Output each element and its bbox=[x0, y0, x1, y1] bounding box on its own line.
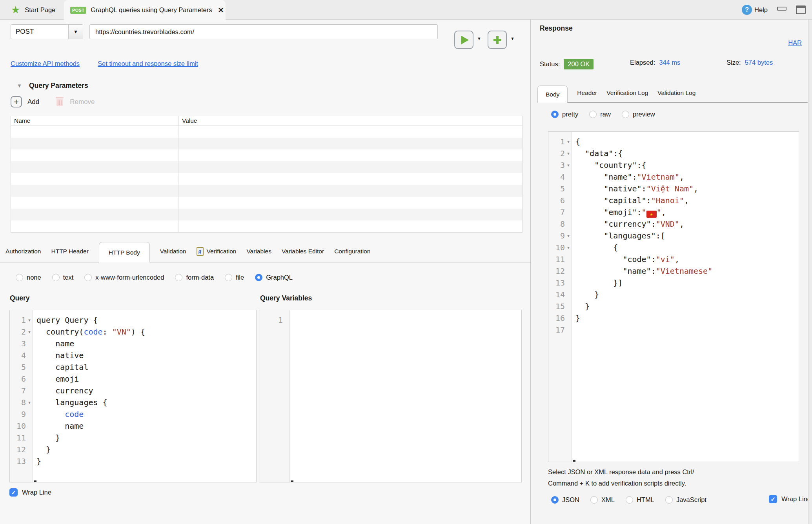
name-cell[interactable] bbox=[11, 173, 179, 185]
tab-graphql-queries[interactable]: POST GraphQL queries using Query Paramet… bbox=[64, 0, 226, 20]
start-page-label: Start Page bbox=[25, 6, 55, 14]
line-number: 12 bbox=[548, 265, 572, 277]
name-cell[interactable] bbox=[11, 185, 179, 196]
fold-triangle-icon[interactable]: ▾ bbox=[565, 136, 572, 147]
add-param-button[interactable]: Add bbox=[27, 98, 39, 106]
language-option-html[interactable]: HTML bbox=[626, 496, 654, 504]
tab-variables[interactable]: Variables bbox=[246, 240, 271, 262]
tab-authorization[interactable]: Authorization bbox=[5, 240, 41, 262]
fold-triangle-icon[interactable]: ▾ bbox=[565, 159, 572, 171]
table-row[interactable] bbox=[11, 126, 522, 138]
value-cell[interactable] bbox=[179, 173, 522, 185]
app-window: ★ Start Page POST GraphQL queries using … bbox=[0, 0, 812, 524]
editor-resize-handle[interactable] bbox=[34, 480, 36, 482]
table-row[interactable] bbox=[11, 138, 522, 149]
fold-triangle-icon[interactable]: ▾ bbox=[565, 147, 572, 159]
language-option-javascript[interactable]: JavaScript bbox=[665, 496, 706, 504]
query-parameters-table[interactable]: NameValue bbox=[11, 116, 523, 233]
minimize-icon[interactable] bbox=[777, 7, 787, 11]
response-tab-header[interactable]: Header bbox=[577, 84, 597, 102]
method-select[interactable]: POST ▼ bbox=[11, 24, 83, 39]
value-cell[interactable] bbox=[179, 161, 522, 173]
value-cell[interactable] bbox=[179, 185, 522, 196]
send-dropdown-icon[interactable]: ▼ bbox=[477, 36, 481, 41]
body-type-option-text[interactable]: text bbox=[52, 274, 74, 281]
code-line: 12 "name":"Vietnamese" bbox=[548, 265, 799, 277]
checkbox-checked-icon[interactable]: ✓ bbox=[9, 488, 18, 497]
body-type-option-file[interactable]: file bbox=[225, 274, 244, 281]
view-option-pretty[interactable]: pretty bbox=[551, 111, 578, 118]
value-cell[interactable] bbox=[179, 197, 522, 209]
value-cell[interactable] bbox=[179, 138, 522, 149]
editor-resize-handle[interactable] bbox=[291, 480, 293, 482]
body-type-option-none[interactable]: none bbox=[16, 274, 41, 281]
view-option-raw[interactable]: raw bbox=[589, 111, 611, 118]
language-option-xml[interactable]: XML bbox=[590, 496, 615, 504]
name-cell[interactable] bbox=[11, 149, 179, 161]
table-row[interactable] bbox=[11, 209, 522, 220]
tab-http-header[interactable]: HTTP Header bbox=[51, 240, 88, 262]
response-tab-body[interactable]: Body bbox=[537, 86, 568, 103]
url-input[interactable] bbox=[89, 24, 438, 39]
table-row[interactable] bbox=[11, 173, 522, 185]
set-timeout-link[interactable]: Set timeout and response size limit bbox=[98, 60, 198, 67]
response-body-editor[interactable]: 1▾{2▾ "data":{3▾ "country":{4 "name":"Vi… bbox=[548, 131, 799, 462]
value-cell[interactable] bbox=[179, 126, 522, 138]
checkbox-checked-icon[interactable]: ✓ bbox=[769, 495, 777, 503]
tab-validation[interactable]: Validation bbox=[160, 240, 186, 262]
line-number: 13 bbox=[10, 455, 33, 467]
fold-triangle-icon[interactable]: ▾ bbox=[26, 314, 33, 326]
fold-triangle-icon[interactable]: ▾ bbox=[26, 326, 33, 338]
table-row[interactable] bbox=[11, 197, 522, 209]
tab-http-body[interactable]: HTTP Body bbox=[99, 242, 150, 262]
send-request-button[interactable] bbox=[454, 31, 473, 49]
language-option-json[interactable]: JSON bbox=[551, 496, 579, 504]
remove-param-button[interactable]: Remove bbox=[70, 98, 95, 106]
customize-api-methods-link[interactable]: Customize API methods bbox=[11, 60, 80, 67]
size-label: Size: bbox=[726, 59, 741, 66]
tab-verification[interactable]: gVerification bbox=[197, 240, 237, 262]
name-cell[interactable] bbox=[11, 209, 179, 220]
value-cell[interactable] bbox=[179, 209, 522, 220]
body-type-option-x-www-form-urlencoded[interactable]: x-www-form-urlencoded bbox=[84, 274, 164, 281]
name-cell[interactable] bbox=[11, 197, 179, 209]
query-editor[interactable]: 1▾query Query {2▾ country(code: "VN") {3… bbox=[9, 310, 257, 482]
fold-triangle-icon[interactable]: ▾ bbox=[26, 397, 33, 408]
body-type-option-graphql[interactable]: GraphQL bbox=[255, 274, 293, 281]
name-cell[interactable] bbox=[11, 220, 179, 232]
name-cell[interactable] bbox=[11, 138, 179, 149]
fold-triangle-icon[interactable]: ▾ bbox=[565, 242, 572, 253]
query-parameters-header[interactable]: ▼ Query Parameters bbox=[17, 82, 88, 90]
method-select-arrow-icon[interactable]: ▼ bbox=[68, 25, 83, 39]
fold-triangle-icon[interactable]: ▾ bbox=[565, 230, 572, 242]
value-cell[interactable] bbox=[179, 220, 522, 232]
code-text: "emoji":"★", bbox=[572, 206, 666, 218]
table-row[interactable] bbox=[11, 220, 522, 232]
query-variables-editor[interactable]: 1 bbox=[259, 310, 522, 482]
table-row[interactable] bbox=[11, 161, 522, 173]
tab-variables-editor[interactable]: Variables Editor bbox=[282, 240, 324, 262]
help-button[interactable]: ? Help bbox=[742, 5, 768, 15]
maximize-icon[interactable] bbox=[796, 5, 806, 14]
editor-resize-handle[interactable] bbox=[573, 460, 575, 462]
add-icon[interactable]: + bbox=[11, 96, 22, 107]
view-option-preview[interactable]: preview bbox=[622, 111, 655, 118]
name-cell[interactable] bbox=[11, 161, 179, 173]
line-number: 3 bbox=[10, 338, 33, 349]
response-tab-verification-log[interactable]: Verification Log bbox=[606, 84, 648, 102]
response-wrap-line-toggle[interactable]: ✓ Wrap Line bbox=[769, 495, 811, 503]
add-dropdown-icon[interactable]: ▼ bbox=[510, 36, 515, 41]
tab-configuration[interactable]: Configuration bbox=[334, 240, 370, 262]
tab-start-page[interactable]: ★ Start Page bbox=[11, 0, 55, 20]
table-row[interactable] bbox=[11, 185, 522, 196]
collapse-triangle-icon[interactable]: ▼ bbox=[17, 83, 22, 89]
add-request-button[interactable] bbox=[488, 31, 507, 49]
har-link[interactable]: HAR bbox=[788, 39, 802, 47]
value-cell[interactable] bbox=[179, 149, 522, 161]
name-cell[interactable] bbox=[11, 126, 179, 138]
response-tab-validation-log[interactable]: Validation Log bbox=[657, 84, 695, 102]
wrap-line-toggle[interactable]: ✓ Wrap Line bbox=[9, 488, 51, 497]
close-tab-icon[interactable]: ✕ bbox=[218, 6, 224, 15]
body-type-option-form-data[interactable]: form-data bbox=[175, 274, 214, 281]
table-row[interactable] bbox=[11, 149, 522, 161]
